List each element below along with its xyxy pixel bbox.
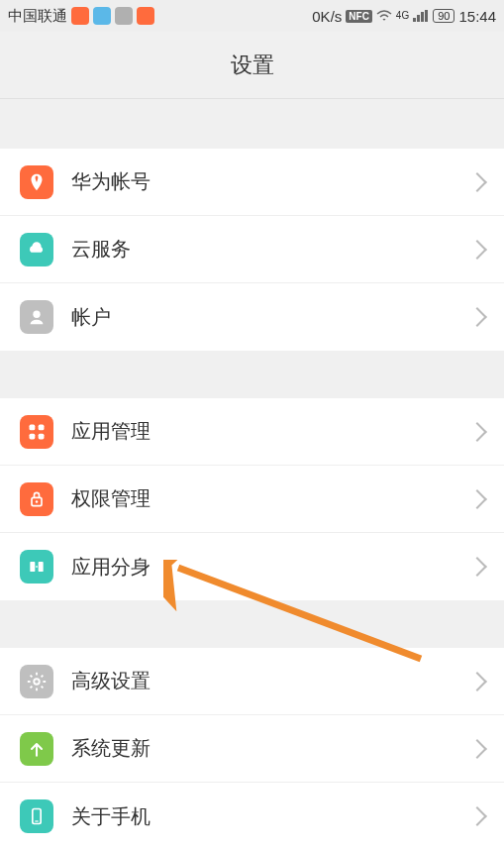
svg-point-10 xyxy=(36,500,39,503)
svg-rect-12 xyxy=(39,562,44,572)
chevron-right-icon xyxy=(467,489,487,509)
item-label: 关于手机 xyxy=(71,803,470,830)
huawei-icon xyxy=(20,165,53,199)
chevron-right-icon xyxy=(467,240,487,260)
phone-icon xyxy=(20,799,53,833)
section-spacer xyxy=(0,600,504,648)
lock-icon xyxy=(20,482,53,516)
svg-point-4 xyxy=(33,311,40,318)
item-app-twin[interactable]: 应用分身 xyxy=(0,533,504,600)
clock: 15:44 xyxy=(458,8,496,25)
wifi-icon xyxy=(376,10,392,22)
section-spacer xyxy=(0,351,504,398)
chevron-right-icon xyxy=(467,672,487,691)
svg-rect-3 xyxy=(425,10,428,22)
page-header: 设置 xyxy=(0,32,504,99)
page-title: 设置 xyxy=(231,51,274,80)
item-app-management[interactable]: 应用管理 xyxy=(0,398,504,466)
chevron-right-icon xyxy=(467,172,487,192)
item-advanced-settings[interactable]: 高级设置 xyxy=(0,648,504,715)
item-about-phone[interactable]: 关于手机 xyxy=(0,783,504,849)
chevron-right-icon xyxy=(467,307,487,327)
svg-rect-1 xyxy=(417,15,420,22)
item-label: 系统更新 xyxy=(71,735,470,762)
item-label: 高级设置 xyxy=(71,668,470,694)
item-label: 云服务 xyxy=(71,236,470,263)
gear-icon xyxy=(20,665,53,698)
svg-rect-7 xyxy=(30,433,36,439)
section-spacer xyxy=(0,99,504,149)
chevron-right-icon xyxy=(467,739,487,759)
status-bar: 中国联通 0K/s NFC 4G 90 15:44 xyxy=(0,0,504,32)
item-label: 应用分身 xyxy=(71,554,470,581)
item-cloud-service[interactable]: 云服务 xyxy=(0,216,504,283)
settings-group-system: 高级设置 系统更新 关于手机 xyxy=(0,648,504,849)
apps-grid-icon xyxy=(20,415,53,449)
item-label: 帐户 xyxy=(71,304,470,331)
item-permission-management[interactable]: 权限管理 xyxy=(0,466,504,533)
item-label: 华为帐号 xyxy=(71,168,470,195)
status-right: 0K/s NFC 4G 90 15:44 xyxy=(312,8,496,25)
twin-icon xyxy=(20,550,53,584)
settings-group-apps: 应用管理 权限管理 应用分身 xyxy=(0,398,504,600)
network-speed: 0K/s xyxy=(312,8,342,25)
battery-level: 90 xyxy=(433,9,454,23)
carrier-label: 中国联通 xyxy=(8,7,67,26)
settings-group-accounts: 华为帐号 云服务 帐户 xyxy=(0,149,504,351)
status-app-icon-1 xyxy=(71,7,89,25)
person-icon xyxy=(20,300,53,334)
svg-rect-6 xyxy=(39,424,45,430)
svg-rect-5 xyxy=(30,424,36,430)
update-arrow-icon xyxy=(20,732,53,766)
status-app-icon-3 xyxy=(115,7,133,25)
cloud-icon xyxy=(20,233,53,266)
item-accounts[interactable]: 帐户 xyxy=(0,283,504,351)
item-system-update[interactable]: 系统更新 xyxy=(0,715,504,783)
chevron-right-icon xyxy=(467,557,487,577)
status-left: 中国联通 xyxy=(8,7,154,26)
svg-point-14 xyxy=(34,679,40,685)
signal-icon xyxy=(413,10,429,22)
nfc-icon: NFC xyxy=(346,10,372,23)
svg-rect-0 xyxy=(413,18,416,22)
svg-rect-2 xyxy=(421,12,424,22)
status-app-icon-2 xyxy=(93,7,111,25)
svg-rect-8 xyxy=(39,433,45,439)
network-type: 4G xyxy=(396,11,409,21)
item-huawei-account[interactable]: 华为帐号 xyxy=(0,149,504,216)
chevron-right-icon xyxy=(467,422,487,442)
chevron-right-icon xyxy=(467,806,487,826)
item-label: 权限管理 xyxy=(71,485,470,512)
svg-rect-11 xyxy=(30,562,35,572)
item-label: 应用管理 xyxy=(71,418,470,445)
status-app-icon-4 xyxy=(137,7,154,25)
